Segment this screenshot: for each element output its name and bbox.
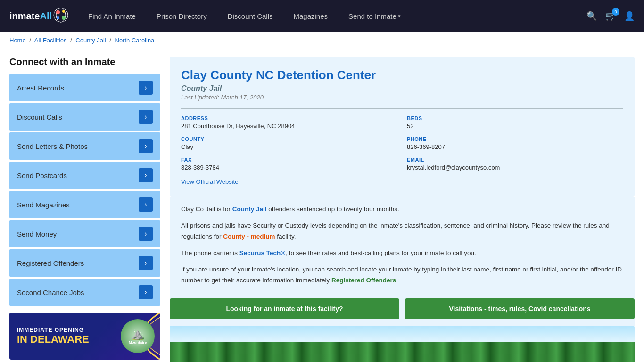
sidebar-item-label: Send Magazines — [17, 201, 70, 209]
chevron-right-icon: › — [139, 81, 153, 95]
user-icon[interactable]: 👤 — [624, 11, 635, 21]
nav-magazines[interactable]: Magazines — [283, 0, 339, 32]
logo-inmate-text: inmate — [9, 11, 40, 22]
desc-para3: The phone carrier is Securus Tech®, to s… — [181, 248, 623, 259]
sidebar-item-label: Send Postcards — [17, 172, 67, 180]
sidebar-title: Connect with an Inmate — [9, 57, 160, 67]
beds-value: 52 — [407, 123, 623, 130]
sidebar: Connect with an Inmate Arrest Records › … — [9, 57, 160, 362]
breadcrumb: Home / All Facilities / County Jail / No… — [9, 37, 635, 44]
content-area: Clay County NC Detention Center County J… — [170, 57, 635, 362]
sidebar-item-send-money[interactable]: Send Money › — [9, 220, 160, 247]
search-icon[interactable]: 🔍 — [586, 11, 597, 21]
breadcrumb-county-jail[interactable]: County Jail — [75, 37, 106, 44]
nav-links: Find An Inmate Prison Directory Discount… — [78, 0, 586, 32]
svg-point-4 — [62, 16, 66, 20]
email-label: EMAIL — [407, 157, 623, 163]
breadcrumb-sep3: / — [109, 37, 111, 44]
facility-card: Clay County NC Detention Center County J… — [170, 57, 635, 197]
sidebar-item-registered-offenders[interactable]: Registered Offenders › — [9, 249, 160, 277]
breadcrumb-state[interactable]: North Carolina — [115, 37, 155, 44]
sidebar-item-label: Send Money — [17, 230, 57, 238]
nav-find-inmate[interactable]: Find An Inmate — [78, 0, 146, 32]
description-area: Clay Co Jail is for County Jail offender… — [170, 197, 635, 298]
facility-type: County Jail — [181, 84, 623, 93]
sidebar-item-second-chance-jobs[interactable]: Second Chance Jobs › — [9, 279, 160, 306]
beds-label: BEDS — [407, 115, 623, 121]
breadcrumb-sep2: / — [70, 37, 72, 44]
email-block: EMAIL krystal.ledford@claycountyso.com — [407, 157, 623, 171]
navbar: inmate All Find An Inmate Prison Directo… — [0, 0, 644, 32]
nav-icons: 🔍 🛒 0 👤 — [586, 11, 635, 21]
securus-link[interactable]: Securus Tech® — [239, 249, 285, 256]
cart-icon[interactable]: 🛒 0 — [605, 11, 616, 21]
breadcrumb-sep1: / — [29, 37, 31, 44]
nav-prison-directory[interactable]: Prison Directory — [146, 0, 217, 32]
address-value: 281 Courthouse Dr, Hayesville, NC 28904 — [181, 123, 397, 130]
chevron-right-icon: › — [139, 285, 153, 299]
chevron-right-icon: › — [139, 139, 153, 153]
sidebar-item-arrest-records[interactable]: Arrest Records › — [9, 74, 160, 101]
main-container: Connect with an Inmate Arrest Records › … — [0, 49, 644, 362]
sidebar-menu: Arrest Records › Discount Calls › Send L… — [9, 74, 160, 306]
aerial-sky — [170, 326, 635, 342]
desc-para1: Clay Co Jail is for County Jail offender… — [181, 204, 623, 215]
county-jail-link[interactable]: County Jail — [232, 206, 267, 213]
ad-immediate-text: IMMEDIATE OPENING — [17, 327, 89, 333]
info-grid: ADDRESS 281 Courthouse Dr, Hayesville, N… — [181, 108, 623, 171]
chevron-right-icon: › — [139, 227, 153, 241]
county-medium-link[interactable]: County - medium — [223, 233, 275, 240]
chevron-right-icon: › — [139, 256, 153, 270]
facility-name: Clay County NC Detention Center — [181, 68, 623, 82]
phone-label: PHONE — [407, 136, 623, 142]
logo-icon — [53, 8, 68, 23]
fax-value: 828-389-3784 — [181, 164, 397, 171]
breadcrumb-all-facilities[interactable]: All Facilities — [34, 37, 67, 44]
sidebar-item-label: Send Letters & Photos — [17, 142, 88, 150]
breadcrumb-bar: Home / All Facilities / County Jail / No… — [0, 32, 644, 49]
chevron-right-icon: › — [139, 197, 153, 212]
sidebar-item-send-magazines[interactable]: Send Magazines › — [9, 191, 160, 218]
email-value: krystal.ledford@claycountyso.com — [407, 164, 623, 171]
ad-logo: ⛰️ Mountaire — [121, 319, 155, 353]
official-website-link[interactable]: View Official Website — [181, 178, 238, 185]
sidebar-item-label: Discount Calls — [17, 113, 62, 121]
visitations-button[interactable]: Visitations - times, rules, Covid cancel… — [405, 298, 635, 319]
address-label: ADDRESS — [181, 115, 397, 121]
county-label: COUNTY — [181, 136, 397, 142]
sidebar-item-send-postcards[interactable]: Send Postcards › — [9, 162, 160, 189]
registered-offenders-link[interactable]: Registered Offenders — [331, 277, 396, 284]
beds-block: BEDS 52 — [407, 115, 623, 130]
aerial-trees — [170, 342, 635, 362]
county-value: Clay — [181, 143, 397, 150]
sidebar-item-send-letters[interactable]: Send Letters & Photos › — [9, 132, 160, 160]
fax-block: FAX 828-389-3784 — [181, 157, 397, 171]
sidebar-item-discount-calls[interactable]: Discount Calls › — [9, 103, 160, 131]
fax-label: FAX — [181, 157, 397, 163]
ad-text-block: IMMEDIATE OPENING IN DELAWARE — [17, 327, 89, 346]
ad-banner[interactable]: IMMEDIATE OPENING IN DELAWARE ⛰️ Mountai… — [9, 313, 160, 360]
nav-discount-calls[interactable]: Discount Calls — [217, 0, 283, 32]
breadcrumb-home[interactable]: Home — [9, 37, 26, 44]
desc-para4: If you are unsure of your inmate's locat… — [181, 264, 623, 286]
action-buttons: Looking for an inmate at this facility? … — [170, 298, 635, 326]
find-inmate-button[interactable]: Looking for an inmate at this facility? — [170, 298, 399, 319]
phone-value: 826-369-8207 — [407, 143, 623, 150]
county-block: COUNTY Clay — [181, 136, 397, 150]
logo[interactable]: inmate All — [9, 8, 68, 24]
svg-point-2 — [56, 10, 60, 14]
sidebar-item-label: Registered Offenders — [17, 259, 84, 267]
svg-point-3 — [62, 10, 65, 13]
facility-updated: Last Updated: March 17, 2020 — [181, 94, 623, 101]
cart-badge: 0 — [612, 8, 619, 16]
sidebar-item-label: Arrest Records — [17, 84, 64, 92]
address-block: ADDRESS 281 Courthouse Dr, Hayesville, N… — [181, 115, 397, 130]
aerial-image — [170, 326, 635, 362]
phone-block: PHONE 826-369-8207 — [407, 136, 623, 150]
svg-point-5 — [57, 16, 59, 19]
ad-mountain-icon: ⛰️ — [131, 328, 145, 341]
nav-send-to-inmate[interactable]: Send to Inmate ▾ — [338, 0, 411, 32]
logo-all-text: All — [40, 11, 52, 22]
ad-logo-text: Mountaire — [129, 341, 147, 345]
chevron-right-icon: › — [139, 168, 153, 182]
